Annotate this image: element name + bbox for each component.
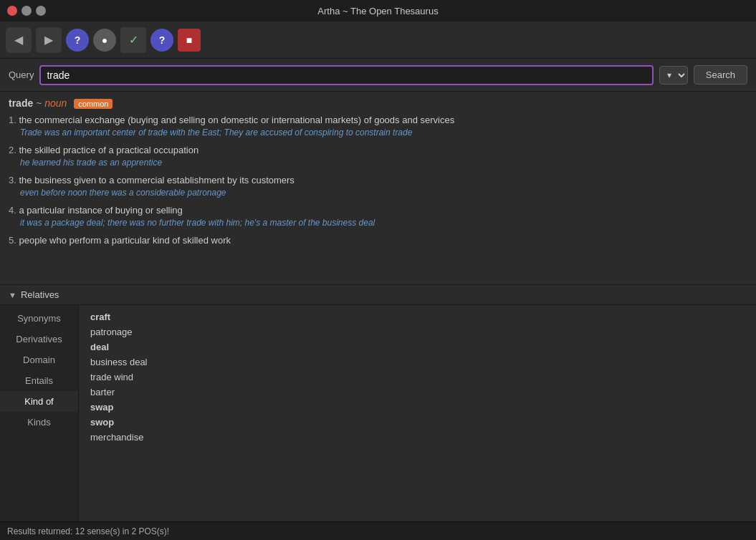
relative-item[interactable]: swop <box>90 415 745 430</box>
rel-tab-synonyms[interactable]: Synonyms <box>0 308 78 329</box>
def-word: trade <box>9 97 33 109</box>
relative-item[interactable]: craft <box>90 309 745 324</box>
relatives-list: craftpatronagedealbusiness dealtrade win… <box>79 305 756 521</box>
back-button[interactable]: ◀ <box>6 27 32 53</box>
rel-tab-kinds[interactable]: Kinds <box>0 412 78 433</box>
relative-item[interactable]: trade wind <box>90 370 745 385</box>
def-example: it was a package deal; there was no furt… <box>20 218 747 228</box>
def-example: Trade was an important center of trade w… <box>20 127 747 138</box>
query-bar: Query ▾ Search <box>0 59 756 92</box>
def-text: the commercial exchange (buying and sell… <box>19 115 454 125</box>
status-bar: Results returned: 12 sense(s) in 2 POS(s… <box>0 521 756 540</box>
relatives-content: SynonymsDerivativesDomainEntailsKind ofK… <box>0 305 756 521</box>
status-text: Results returned: 12 sense(s) in 2 POS(s… <box>7 526 169 536</box>
def-badge: common <box>74 99 113 109</box>
relative-item[interactable]: merchandise <box>90 430 745 445</box>
def-num: 3. <box>9 175 16 185</box>
titlebar: Artha ~ The Open Thesaurus <box>0 0 756 21</box>
def-example: even before noon there was a considerabl… <box>20 188 747 198</box>
maximize-window-button[interactable] <box>36 6 46 16</box>
relative-item[interactable]: business deal <box>90 355 745 370</box>
relative-item[interactable]: deal <box>90 339 745 355</box>
definitions-panel: trade ~ noun common 1. the commercial ex… <box>0 92 756 285</box>
relatives-panel: ▼ Relatives SynonymsDerivativesDomainEnt… <box>0 285 756 521</box>
notify-button[interactable]: ? <box>66 29 89 52</box>
close-window-button[interactable] <box>7 6 17 16</box>
relative-item[interactable]: swap <box>90 400 745 415</box>
definition-header: trade ~ noun common <box>9 97 747 109</box>
rel-tab-derivatives[interactable]: Derivatives <box>0 329 78 349</box>
def-text: the skilled practice of a practical occu… <box>19 145 198 155</box>
def-num: 5. <box>9 235 16 246</box>
query-dropdown[interactable]: ▾ <box>659 66 688 85</box>
pin-button[interactable]: ● <box>93 29 116 52</box>
def-pos: noun <box>44 97 67 109</box>
relatives-header[interactable]: ▼ Relatives <box>0 285 756 305</box>
definition-item: 3. the business given to a commercial es… <box>9 175 747 198</box>
close-button[interactable]: ■ <box>178 29 201 52</box>
app-title: Artha ~ The Open Thesaurus <box>317 6 438 16</box>
definition-list: 1. the commercial exchange (buying and s… <box>9 115 747 246</box>
rel-tab-entails[interactable]: Entails <box>0 370 78 391</box>
search-button[interactable]: Search <box>694 65 747 85</box>
query-label: Query <box>9 69 34 80</box>
definition-item: 4. a particular instance of buying or se… <box>9 205 747 228</box>
relatives-sidebar: SynonymsDerivativesDomainEntailsKind ofK… <box>0 305 79 521</box>
toolbar: ◀ ▶ ? ● ✓ ? ■ <box>0 21 756 59</box>
definition-item: 1. the commercial exchange (buying and s… <box>9 115 747 138</box>
query-input[interactable] <box>39 65 653 85</box>
rel-tab-kind_of[interactable]: Kind of <box>0 391 78 412</box>
definition-item: 5. people who perform a particular kind … <box>9 235 747 246</box>
def-tilde: ~ <box>36 97 44 109</box>
minimize-window-button[interactable] <box>21 6 32 16</box>
help-button[interactable]: ? <box>150 29 173 52</box>
relatives-label: Relatives <box>21 289 59 300</box>
def-num: 4. <box>9 205 16 216</box>
forward-button[interactable]: ▶ <box>36 27 62 53</box>
check-button[interactable]: ✓ <box>120 27 146 53</box>
def-num: 2. <box>9 145 16 155</box>
rel-tab-domain[interactable]: Domain <box>0 349 78 370</box>
def-example: he learned his trade as an apprentice <box>20 158 747 168</box>
relatives-chevron-icon: ▼ <box>9 291 16 299</box>
def-text: the business given to a commercial estab… <box>19 175 294 185</box>
relative-item[interactable]: barter <box>90 385 745 400</box>
main-content: trade ~ noun common 1. the commercial ex… <box>0 92 756 521</box>
def-text: a particular instance of buying or selli… <box>19 205 182 216</box>
def-num: 1. <box>9 115 16 125</box>
def-text: people who perform a particular kind of … <box>19 235 231 246</box>
definition-item: 2. the skilled practice of a practical o… <box>9 145 747 168</box>
relative-item[interactable]: patronage <box>90 324 745 339</box>
window-controls <box>7 6 46 16</box>
